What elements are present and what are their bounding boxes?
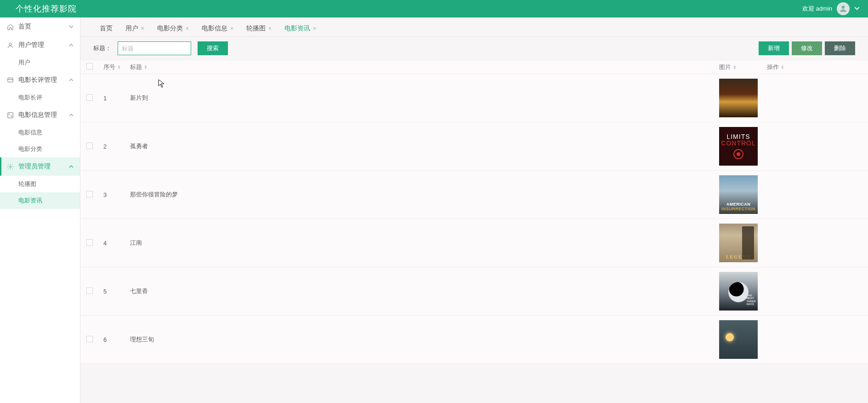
row-title: 那些你很冒险的梦 [125, 171, 715, 219]
sidebar-item-carousel[interactable]: 轮播图 [0, 176, 80, 192]
sidebar-item-home[interactable]: 首页 [0, 17, 80, 36]
table-row: 6理想三旬 [80, 316, 868, 364]
col-title[interactable]: 标题▲▼ [125, 60, 715, 74]
col-image[interactable]: 图片▲▼ [715, 60, 762, 74]
row-image-cell: LIMITSCONTROL [715, 122, 762, 171]
poster-image[interactable]: LEGEND [719, 224, 758, 262]
row-op [762, 219, 868, 267]
tab-3[interactable]: 电影信息× [195, 20, 240, 36]
row-checkbox[interactable] [86, 288, 93, 294]
sidebar-item-user[interactable]: 用户 [0, 54, 80, 71]
chevron-down-icon [69, 23, 74, 30]
app-header: 个性化推荐影院 欢迎 admin [0, 0, 868, 17]
tab-1[interactable]: 用户× [119, 20, 151, 36]
sidebar-item-user-mgmt[interactable]: 用户管理 [0, 36, 80, 54]
tab-label: 用户 [125, 24, 138, 33]
add-button[interactable]: 新增 [759, 41, 789, 55]
row-op [762, 267, 868, 316]
header-right: 欢迎 admin [802, 2, 860, 15]
row-checkbox[interactable] [86, 239, 93, 246]
row-checkbox[interactable] [86, 143, 93, 149]
row-checkbox[interactable] [86, 94, 93, 101]
gear-icon [6, 163, 14, 170]
svg-rect-2 [7, 78, 12, 82]
welcome-text: 欢迎 admin [802, 5, 832, 13]
close-icon[interactable]: × [230, 25, 233, 32]
poster-image[interactable]: LIMITSCONTROL [719, 127, 758, 166]
tab-5[interactable]: 电影资讯× [278, 20, 323, 36]
tab-4[interactable]: 轮播图× [240, 20, 278, 36]
film-icon [6, 111, 14, 119]
avatar[interactable] [837, 2, 850, 15]
sidebar-label-news: 电影资讯 [18, 196, 42, 205]
table-row: 4江南LEGEND [80, 219, 868, 267]
poster-image[interactable]: THENEXTTHREEDAYS [719, 272, 758, 311]
sidebar-item-news[interactable]: 电影资讯 [0, 192, 80, 209]
row-index: 3 [99, 171, 125, 219]
table-row: 3那些你很冒险的梦AMERICANINSURRECTION [80, 171, 868, 219]
sidebar-label-user-mgmt: 用户管理 [18, 41, 44, 49]
tab-label: 电影资讯 [284, 24, 310, 33]
user-menu-toggle[interactable] [854, 6, 860, 12]
svg-point-0 [842, 6, 845, 9]
sort-icon: ▲▼ [117, 65, 121, 69]
sidebar-item-moviecat[interactable]: 电影分类 [0, 141, 80, 157]
sidebar-item-movieinfo-mgmt[interactable]: 电影信息管理 [0, 106, 80, 124]
user-icon [6, 41, 14, 49]
tab-0[interactable]: 首页 [93, 20, 119, 36]
close-icon[interactable]: × [313, 25, 316, 32]
chevron-up-icon [69, 41, 74, 49]
poster-image[interactable]: AMERICANINSURRECTION [719, 175, 758, 214]
row-title: 孤勇者 [125, 122, 715, 171]
table-container[interactable]: 序号▲▼ 标题▲▼ 图片▲▼ 操作▲▼ 1新片到2孤勇者LIMITSCONTRO… [80, 60, 868, 403]
poster-image[interactable] [719, 320, 758, 359]
sidebar-label-home: 首页 [18, 23, 31, 31]
sidebar-label-moviecat: 电影分类 [18, 145, 42, 153]
chevron-down-icon [854, 6, 860, 11]
toolbar: 标题： 搜索 新增 修改 删除 [80, 37, 868, 60]
delete-button[interactable]: 删除 [825, 41, 855, 55]
row-index: 5 [99, 267, 125, 316]
row-checkbox[interactable] [86, 336, 93, 342]
row-title: 新片到 [125, 74, 715, 122]
sidebar-item-movieinfo[interactable]: 电影信息 [0, 124, 80, 141]
sidebar-label-admin-mgmt: 管理员管理 [18, 162, 51, 171]
poster-image[interactable] [719, 79, 758, 117]
checkbox-all[interactable] [86, 63, 93, 69]
chevron-up-icon [69, 111, 74, 119]
app-title: 个性化推荐影院 [16, 3, 77, 14]
svg-point-1 [9, 43, 11, 45]
search-button[interactable]: 搜索 [198, 41, 228, 55]
row-op [762, 74, 868, 122]
row-index: 2 [99, 122, 125, 171]
tab-bar: 首页用户×电影分类×电影信息×轮播图×电影资讯× [80, 17, 868, 37]
col-op[interactable]: 操作▲▼ [762, 60, 868, 74]
row-image-cell: THENEXTTHREEDAYS [715, 267, 762, 316]
close-icon[interactable]: × [268, 25, 272, 32]
svg-point-6 [9, 166, 11, 167]
table-row: 1新片到 [80, 74, 868, 122]
row-checkbox[interactable] [86, 191, 93, 197]
sidebar-label-movieinfo-mgmt: 电影信息管理 [18, 111, 57, 119]
close-icon[interactable]: × [141, 25, 144, 32]
tab-2[interactable]: 电影分类× [151, 20, 195, 36]
sidebar-label-review-mgmt: 电影长评管理 [18, 76, 57, 84]
row-title: 理想三旬 [125, 316, 715, 364]
search-input[interactable] [118, 41, 191, 55]
tab-label: 电影分类 [157, 24, 183, 33]
edit-button[interactable]: 修改 [792, 41, 822, 55]
sidebar-item-review-mgmt[interactable]: 电影长评管理 [0, 71, 80, 89]
sort-icon: ▲▼ [144, 65, 148, 69]
col-index[interactable]: 序号▲▼ [99, 60, 125, 74]
search-label: 标题： [93, 44, 111, 52]
svg-point-5 [11, 115, 12, 117]
row-title: 七里香 [125, 267, 715, 316]
row-image-cell: LEGEND [715, 219, 762, 267]
row-image-cell [715, 74, 762, 122]
sidebar-item-review[interactable]: 电影长评 [0, 89, 80, 106]
row-index: 6 [99, 316, 125, 364]
close-icon[interactable]: × [186, 25, 189, 32]
row-image-cell [715, 316, 762, 364]
sidebar-item-admin-mgmt[interactable]: 管理员管理 [0, 157, 80, 176]
table-row: 2孤勇者LIMITSCONTROL [80, 122, 868, 171]
